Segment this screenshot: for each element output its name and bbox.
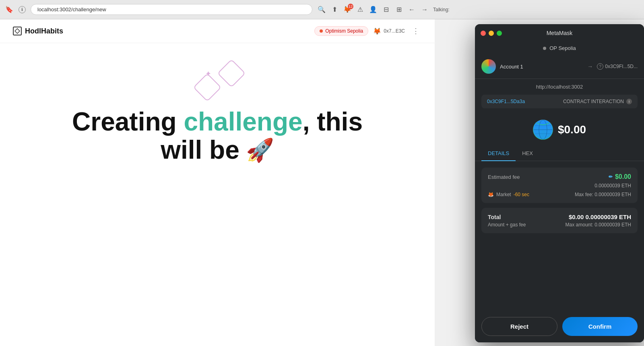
minimize-window-button[interactable] [489,31,494,36]
diamond-decoration: ✦ [193,59,242,99]
headline-highlight: challenge [184,107,302,136]
mm-estimated-fee-label: Estimated fee [488,174,520,180]
mm-amount-text: $0.00 [558,123,586,136]
confirm-button[interactable]: Confirm [562,317,638,336]
mm-arrow-icon: → [587,63,593,70]
forward-icon[interactable]: → [420,5,429,14]
network-name: Optimism Sepolia [325,28,363,34]
mm-contract-address: 0x3C9F1...5Da3a [487,99,525,104]
mm-address-short: ? 0x3C9FI...5D... [597,63,638,70]
mm-fee-value: ✏ $0.00 [609,173,631,180]
mm-total-row: Total $0.00 0.00000039 ETH [488,213,631,220]
bookmark-icon[interactable]: 🔖 [5,5,14,14]
network-dot [320,29,323,33]
mm-account-name: Account 1 [500,64,583,70]
headline-line2-text: will be [161,136,239,164]
headline-pre: Creating [72,107,184,136]
mm-market-time: -60 sec [514,192,529,197]
metamask-window: MetaMask OP Sepolia Account 1 → ? 0x3C9F… [475,24,644,342]
mm-total-max: Max amount: 0.00000039 ETH [566,222,631,228]
warning-ext-icon[interactable]: ⚠ [356,5,365,14]
talking-label: Talking: [433,7,450,12]
main-content: ✦ Creating challenge, this will be 🚀 [0,43,435,174]
rocket-emoji: 🚀 [246,138,274,163]
mm-market-label: Market [496,192,511,197]
fox-icon: 🦊 [373,27,381,35]
headline-line1: Creating challenge, this [72,108,363,136]
app-header: HodlHabits Optimism Sepolia 🦊 0x7...E3C … [0,19,435,43]
logo-text: HodlHabits [25,27,63,35]
mm-details: Estimated fee ✏ $0.00 0.00000039 ETH 🦊 M… [475,161,644,240]
mm-help-icon[interactable]: ? [597,63,603,70]
favicon: ℹ [19,6,26,13]
headline-post: , this [303,107,363,136]
mm-tab-details[interactable]: DETAILS [481,146,516,161]
mm-traffic-lights [481,31,502,36]
address-bar[interactable]: localhost:3002/challenge/new [31,4,312,15]
more-options-button[interactable]: ⋮ [410,26,422,36]
reject-button[interactable]: Reject [481,317,557,336]
mm-total-label: Total [488,214,501,220]
extensions-icon[interactable]: ⊞ [394,5,403,14]
back-icon[interactable]: ← [407,5,416,14]
logo-icon [13,27,22,35]
maximize-window-button[interactable] [497,31,502,36]
main-page: HodlHabits Optimism Sepolia 🦊 0x7...E3C … [0,19,435,346]
mm-avatar [481,59,496,74]
mm-contract-row: 0x3C9F1...5Da3a CONTRACT INTERACTION i [481,95,638,108]
headline-line2: will be 🚀 [72,136,363,164]
url-text: localhost:3002/challenge/new [37,6,106,12]
metamask-ext-container: 🦊 12 [343,5,352,14]
mm-network-name: OP Sepolia [549,45,576,51]
mm-total-value: $0.00 0.00000039 ETH [569,213,631,220]
diamond-shape-1 [217,59,246,88]
mm-total-sub: Amount + gas fee Max amount: 0.00000039 … [488,222,631,228]
mm-title: MetaMask [547,30,573,36]
mm-account-address: 0x3C9FI...5D... [605,64,638,69]
sidebar-icon[interactable]: ⊟ [382,5,390,14]
diamond-shape-2 [193,73,222,102]
header-right: Optimism Sepolia 🦊 0x7...E3C ⋮ [314,26,422,36]
search-icon[interactable]: 🔍 [317,5,326,14]
mm-contract-label-text: CONTRACT INTERACTION [563,99,624,104]
mm-total-sub-label: Amount + gas fee [488,222,526,228]
mm-fee-row: Estimated fee ✏ $0.00 [488,173,631,180]
mm-globe-icon [533,120,553,140]
mm-tabs: DETAILS HEX [475,146,644,161]
mm-network-dot [543,47,546,50]
mm-titlebar: MetaMask [475,24,644,42]
app-logo: HodlHabits [13,27,63,35]
mm-buttons: Reject Confirm [475,311,644,342]
mm-edit-icon[interactable]: ✏ [609,174,613,180]
mm-network-row: OP Sepolia [475,42,644,56]
headline: Creating challenge, this will be 🚀 [72,108,363,164]
mm-total-card: Total $0.00 0.00000039 ETH Amount + gas … [481,208,638,233]
mm-origin: http://localhost:3002 [475,79,644,93]
mm-market-left: 🦊 Market -60 sec [488,192,529,197]
mm-amount-area: $0.00 [475,113,644,146]
browser-chrome: 🔖 ℹ localhost:3002/challenge/new 🔍 ⬆ 🦊 1… [0,0,644,19]
mm-fee-eth: 0.00000039 ETH [488,183,631,189]
mm-contract-label: CONTRACT INTERACTION i [563,99,632,104]
mm-account-row: Account 1 → ? 0x3C9FI...5D... [475,56,644,79]
mm-tab-hex[interactable]: HEX [516,146,539,161]
mm-fee-card: Estimated fee ✏ $0.00 0.00000039 ETH 🦊 M… [481,168,638,203]
mm-estimated-fee-value: $0.00 [615,173,631,180]
mm-market-row: 🦊 Market -60 sec Max fee: 0.00000039 ETH [488,192,631,197]
profile-icon[interactable]: 👤 [369,5,378,14]
account-badge[interactable]: 🦊 0x7...E3C [373,27,405,35]
account-address: 0x7...E3C [384,28,405,34]
network-badge[interactable]: Optimism Sepolia [314,26,368,36]
mm-contract-info-icon[interactable]: i [626,99,632,104]
mm-max-fee: Max fee: 0.00000039 ETH [575,192,631,197]
ext-badge: 12 [348,4,353,9]
market-fox-icon: 🦊 [488,192,494,197]
share-icon[interactable]: ⬆ [330,5,339,14]
browser-actions: 🔍 ⬆ 🦊 12 ⚠ 👤 ⊟ ⊞ ← → Talking: [317,5,450,14]
close-window-button[interactable] [481,31,486,36]
